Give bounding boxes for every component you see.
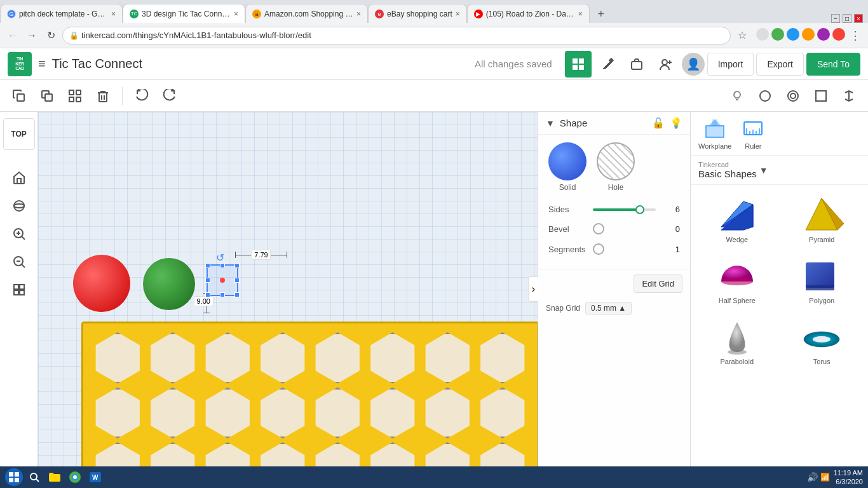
view-label-top[interactable]: TOP <box>3 118 35 150</box>
tab-amazon[interactable]: a Amazon.com Shopping Cart × <box>245 4 368 23</box>
snap-grid-value[interactable]: 0.5 mm ▲ <box>585 302 632 315</box>
hex-cell-2-8[interactable] <box>477 388 529 439</box>
close-button[interactable]: × <box>854 14 863 23</box>
send-to-button[interactable]: Send To <box>806 53 860 76</box>
hex-cell-2-6[interactable] <box>367 388 419 439</box>
hex-cell-2-3[interactable] <box>202 388 254 439</box>
minimize-button[interactable]: − <box>831 14 840 23</box>
hex-cell-2-1[interactable] <box>92 388 144 439</box>
tab-close-ebay[interactable]: × <box>456 10 460 18</box>
tab-ebay[interactable]: e eBay shopping cart × <box>368 4 467 23</box>
segments-toggle[interactable] <box>593 243 604 255</box>
handle-middle-left[interactable] <box>205 278 210 283</box>
start-button[interactable] <box>5 468 23 486</box>
orbit-view-button[interactable] <box>8 194 31 217</box>
shape-item-torus[interactable]: Torus <box>781 312 864 370</box>
hex-cell-1-3[interactable] <box>202 332 254 384</box>
tab-close-amazon[interactable]: × <box>356 10 361 18</box>
panel-collapse-button[interactable]: › <box>528 276 538 302</box>
yellow-game-board[interactable] <box>81 322 539 466</box>
rotate-handle[interactable]: ↺ <box>216 252 224 264</box>
extension-icon-1[interactable] <box>756 28 769 41</box>
hex-cell-1-4[interactable] <box>257 332 309 384</box>
workplane-button[interactable]: Workplane <box>698 117 731 150</box>
redo-tool-button[interactable] <box>158 85 181 107</box>
home-view-button[interactable] <box>8 166 31 189</box>
canvas-area[interactable]: ↺ 7.79 9.00 <box>38 112 690 466</box>
hex-cell-2-5[interactable] <box>312 388 363 439</box>
volume-icon[interactable]: 🔊 <box>807 472 818 482</box>
tab-close-youtube[interactable]: × <box>578 10 583 18</box>
user-avatar[interactable]: 👤 <box>682 53 705 76</box>
library-dropdown[interactable]: Tinkercad Basic Shapes ▼ <box>698 161 860 179</box>
network-icon[interactable]: 📶 <box>820 473 830 482</box>
bevel-toggle[interactable] <box>593 223 604 234</box>
import-button[interactable]: Import <box>707 53 754 76</box>
shape-item-halfsphere[interactable]: Half Sphere <box>696 251 778 309</box>
zoom-out-button[interactable] <box>8 250 31 273</box>
extension-icon-2[interactable] <box>771 28 784 41</box>
handle-bottom-right[interactable] <box>234 292 240 297</box>
duplicate-tool-button[interactable] <box>36 85 58 107</box>
selection-box[interactable] <box>207 264 238 296</box>
edit-grid-button[interactable]: Edit Grid <box>634 274 682 293</box>
new-tab-button[interactable]: + <box>592 5 610 23</box>
shape-tool-button-2[interactable] <box>782 85 804 107</box>
back-button[interactable]: ← <box>5 28 20 43</box>
export-button[interactable]: Export <box>756 53 803 76</box>
briefcase-view-button[interactable] <box>623 51 650 78</box>
refresh-button[interactable]: ↻ <box>43 28 58 43</box>
menu-icon[interactable]: ⋮ <box>848 28 863 43</box>
tab-close-tinkercad[interactable]: × <box>234 10 238 18</box>
extension-icon-6[interactable] <box>832 28 845 41</box>
hex-cell-3-1[interactable] <box>92 442 144 466</box>
mirror-tool-button[interactable] <box>837 85 860 107</box>
bookmark-star-icon[interactable]: ☆ <box>735 28 750 43</box>
handle-middle-top[interactable] <box>220 263 225 268</box>
zoom-in-button[interactable] <box>8 222 31 245</box>
handle-top-left[interactable] <box>205 263 210 268</box>
handle-top-right[interactable] <box>234 263 240 268</box>
library-chevron-icon[interactable]: ▼ <box>759 165 768 175</box>
shape-tool-button-3[interactable] <box>810 85 832 107</box>
tinkercad-logo[interactable]: TIN KER CAD <box>8 52 32 76</box>
hex-cell-3-6[interactable] <box>367 442 419 466</box>
address-bar[interactable]: 🔒 tinkercad.com/things/cYnMAicL1B1-fanta… <box>62 27 731 44</box>
tab-youtube[interactable]: ▶ (105) Road to Zion - Damien M... × <box>467 4 590 23</box>
ruler-button[interactable]: Ruler <box>742 117 764 150</box>
shape-item-wedge[interactable]: Wedge <box>696 190 778 248</box>
green-game-piece[interactable] <box>143 258 195 310</box>
sides-slider-thumb[interactable] <box>635 205 644 214</box>
extension-icon-3[interactable] <box>787 28 799 41</box>
handle-bottom-left[interactable] <box>205 292 210 297</box>
hex-cell-2-7[interactable] <box>422 388 473 439</box>
handle-middle-bottom[interactable] <box>220 292 225 297</box>
delete-tool-button[interactable] <box>92 85 114 107</box>
light-bulb-tool-button[interactable] <box>726 85 749 107</box>
hex-cell-2-4[interactable] <box>257 388 309 439</box>
taskbar-search-icon[interactable] <box>25 468 43 486</box>
hex-cell-3-4[interactable] <box>257 442 309 466</box>
maximize-button[interactable]: □ <box>843 14 851 23</box>
shape-item-pyramid[interactable]: Pyramid <box>781 190 864 248</box>
taskbar-file-explorer[interactable] <box>46 468 64 486</box>
shape-collapse-icon[interactable]: ▼ <box>546 118 555 128</box>
shape-bulb-icon[interactable]: 💡 <box>670 117 682 129</box>
extension-icon-5[interactable] <box>817 28 830 41</box>
hex-cell-1-7[interactable] <box>422 332 473 384</box>
hex-cell-3-2[interactable] <box>147 442 199 466</box>
undo-tool-button[interactable] <box>130 85 153 107</box>
shape-tool-button-1[interactable] <box>754 85 776 107</box>
tab-close-google[interactable]: × <box>111 10 116 18</box>
hex-cell-1-5[interactable] <box>312 332 363 384</box>
solid-shape-type[interactable]: Solid <box>548 142 587 192</box>
hex-cell-3-8[interactable] <box>477 442 529 466</box>
hex-cell-3-7[interactable] <box>422 442 473 466</box>
taskbar-word[interactable]: W <box>86 468 104 486</box>
tab-google[interactable]: G pitch deck template - Google S... × <box>0 4 123 23</box>
hex-cell-3-3[interactable] <box>202 442 254 466</box>
hex-cell-3-5[interactable] <box>312 442 363 466</box>
copy-tool-button[interactable] <box>8 85 31 107</box>
hex-cell-1-2[interactable] <box>147 332 199 384</box>
handle-middle-right[interactable] <box>234 278 240 283</box>
